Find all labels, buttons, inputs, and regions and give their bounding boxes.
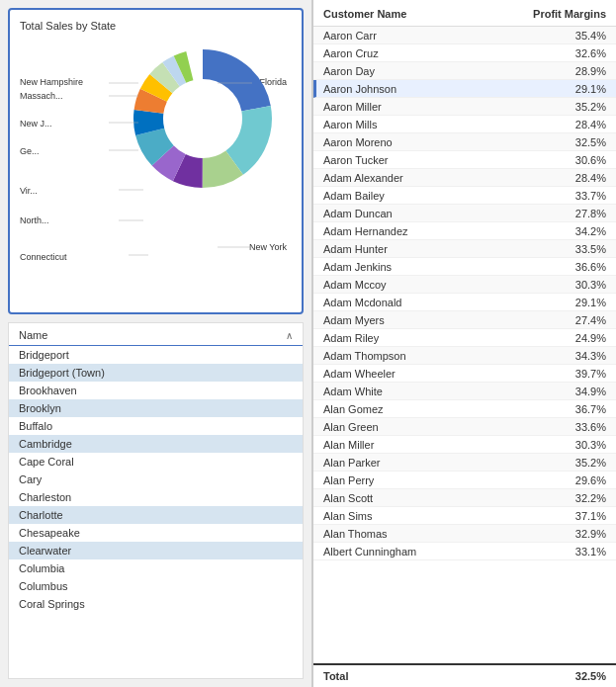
chart-label-ct: Connecticut bbox=[20, 252, 67, 262]
cell-customer-name: Alan Parker bbox=[323, 457, 517, 469]
cell-customer-name: Adam Riley bbox=[323, 332, 517, 344]
table-row[interactable]: Adam Mcdonald29.1% bbox=[313, 294, 616, 311]
chart-label-nj: New J... bbox=[20, 119, 52, 129]
list-item[interactable]: Bridgeport (Town) bbox=[9, 364, 303, 382]
footer-value: 32.5% bbox=[517, 670, 606, 682]
cell-profit-margin: 27.4% bbox=[517, 314, 606, 326]
table-row[interactable]: Alan Miller30.3% bbox=[313, 436, 616, 454]
table-row[interactable]: Alan Sims37.1% bbox=[313, 507, 616, 525]
list-item[interactable]: Charlotte bbox=[9, 506, 303, 524]
list-item[interactable]: Cape Coral bbox=[9, 453, 303, 471]
table-row[interactable]: Adam Alexander28.4% bbox=[313, 169, 616, 187]
table-row[interactable]: Adam Hernandez34.2% bbox=[313, 222, 616, 240]
cell-customer-name: Adam Mccoy bbox=[323, 279, 517, 291]
list-item[interactable]: Brookhaven bbox=[9, 382, 303, 399]
svg-point-12 bbox=[168, 84, 237, 153]
sort-icon[interactable]: ∧ bbox=[286, 330, 293, 341]
cell-profit-margin: 27.8% bbox=[517, 208, 606, 219]
cell-customer-name: Albert Cunningham bbox=[323, 546, 517, 558]
cell-profit-margin: 29.6% bbox=[517, 474, 606, 486]
cell-customer-name: Adam Thompson bbox=[323, 350, 517, 362]
chart-card: Total Sales by State New Hampshire Massa… bbox=[8, 8, 304, 314]
table-row[interactable]: Aaron Carr35.4% bbox=[313, 27, 616, 44]
table-body[interactable]: Aaron Carr35.4%Aaron Cruz32.6%Aaron Day2… bbox=[313, 27, 616, 663]
table-row[interactable]: Aaron Moreno32.5% bbox=[313, 133, 616, 151]
list-item[interactable]: Bridgeport bbox=[9, 346, 303, 364]
name-list-card: Name ∧ BridgeportBridgeport (Town)Brookh… bbox=[8, 322, 304, 679]
chart-label-nh: New Hampshire bbox=[20, 77, 83, 87]
table-row[interactable]: Alan Green33.6% bbox=[313, 418, 616, 436]
list-item[interactable]: Columbus bbox=[9, 577, 303, 595]
table-row[interactable]: Adam Jenkins36.6% bbox=[313, 258, 616, 276]
cell-customer-name: Aaron Tucker bbox=[323, 154, 517, 166]
cell-customer-name: Adam Alexander bbox=[323, 172, 517, 184]
table-row[interactable]: Aaron Day28.9% bbox=[313, 62, 616, 80]
table-row[interactable]: Alan Scott32.2% bbox=[313, 489, 616, 507]
list-item[interactable]: Cary bbox=[9, 471, 303, 488]
cell-customer-name: Adam White bbox=[323, 386, 517, 397]
table-row[interactable]: Aaron Cruz32.6% bbox=[313, 44, 616, 62]
cell-customer-name: Alan Thomas bbox=[323, 528, 517, 540]
list-item[interactable]: Cambridge bbox=[9, 435, 303, 453]
cell-profit-margin: 32.2% bbox=[517, 492, 606, 504]
cell-customer-name: Adam Bailey bbox=[323, 190, 517, 202]
col-profit-header: Profit Margins bbox=[517, 8, 606, 20]
donut-chart bbox=[124, 40, 282, 198]
table-header: Customer Name Profit Margins bbox=[313, 0, 616, 27]
cell-customer-name: Aaron Cruz bbox=[323, 47, 517, 59]
list-item[interactable]: Coral Springs bbox=[9, 595, 303, 613]
table-row[interactable]: Alan Perry29.6% bbox=[313, 472, 616, 489]
table-row[interactable]: Adam Mccoy30.3% bbox=[313, 276, 616, 294]
chart-label-north: North... bbox=[20, 215, 49, 225]
cell-customer-name: Adam Wheeler bbox=[323, 368, 517, 380]
table-row[interactable]: Adam White34.9% bbox=[313, 383, 616, 400]
chart-label-ma: Massach... bbox=[20, 91, 63, 101]
chart-area: New Hampshire Massach... New J... Ge... … bbox=[20, 40, 292, 297]
chart-label-vir: Vir... bbox=[20, 186, 38, 196]
table-row[interactable]: Adam Thompson34.3% bbox=[313, 347, 616, 365]
table-row[interactable]: Adam Riley24.9% bbox=[313, 329, 616, 347]
cell-customer-name: Adam Jenkins bbox=[323, 261, 517, 273]
list-item[interactable]: Brooklyn bbox=[9, 399, 303, 417]
cell-customer-name: Alan Perry bbox=[323, 474, 517, 486]
table-row[interactable]: Adam Duncan27.8% bbox=[313, 205, 616, 222]
table-row[interactable]: Aaron Mills28.4% bbox=[313, 116, 616, 133]
cell-profit-margin: 33.1% bbox=[517, 546, 606, 558]
cell-profit-margin: 34.3% bbox=[517, 350, 606, 362]
cell-customer-name: Aaron Carr bbox=[323, 30, 517, 42]
cell-customer-name: Aaron Day bbox=[323, 65, 517, 77]
cell-customer-name: Adam Duncan bbox=[323, 208, 517, 219]
list-body[interactable]: BridgeportBridgeport (Town)BrookhavenBro… bbox=[9, 346, 303, 678]
cell-profit-margin: 30.3% bbox=[517, 439, 606, 451]
table-row[interactable]: Alan Parker35.2% bbox=[313, 454, 616, 472]
cell-profit-margin: 35.2% bbox=[517, 457, 606, 469]
table-row[interactable]: Aaron Johnson29.1% bbox=[313, 80, 616, 98]
list-header: Name ∧ bbox=[9, 323, 303, 346]
cell-profit-margin: 36.6% bbox=[517, 261, 606, 273]
list-item[interactable]: Clearwater bbox=[9, 542, 303, 559]
cell-customer-name: Alan Gomez bbox=[323, 403, 517, 415]
cell-customer-name: Adam Myers bbox=[323, 314, 517, 326]
table-row[interactable]: Adam Myers27.4% bbox=[313, 311, 616, 329]
cell-profit-margin: 33.5% bbox=[517, 243, 606, 255]
cell-profit-margin: 32.9% bbox=[517, 528, 606, 540]
table-footer: Total 32.5% bbox=[313, 663, 616, 687]
list-item[interactable]: Columbia bbox=[9, 559, 303, 577]
cell-profit-margin: 28.4% bbox=[517, 119, 606, 130]
table-row[interactable]: Aaron Tucker30.6% bbox=[313, 151, 616, 169]
list-item[interactable]: Chesapeake bbox=[9, 524, 303, 542]
cell-profit-margin: 33.6% bbox=[517, 421, 606, 433]
list-item[interactable]: Buffalo bbox=[9, 417, 303, 435]
table-row[interactable]: Aaron Miller35.2% bbox=[313, 98, 616, 116]
table-row[interactable]: Alan Thomas32.9% bbox=[313, 525, 616, 543]
table-row[interactable]: Adam Wheeler39.7% bbox=[313, 365, 616, 383]
table-row[interactable]: Albert Cunningham33.1% bbox=[313, 543, 616, 560]
table-row[interactable]: Adam Bailey33.7% bbox=[313, 187, 616, 205]
table-row[interactable]: Adam Hunter33.5% bbox=[313, 240, 616, 258]
footer-label: Total bbox=[323, 670, 517, 682]
cell-customer-name: Adam Hernandez bbox=[323, 225, 517, 237]
list-item[interactable]: Charleston bbox=[9, 488, 303, 506]
table-row[interactable]: Alan Gomez36.7% bbox=[313, 400, 616, 418]
cell-customer-name: Adam Mcdonald bbox=[323, 297, 517, 308]
chart-label-ge: Ge... bbox=[20, 146, 40, 156]
